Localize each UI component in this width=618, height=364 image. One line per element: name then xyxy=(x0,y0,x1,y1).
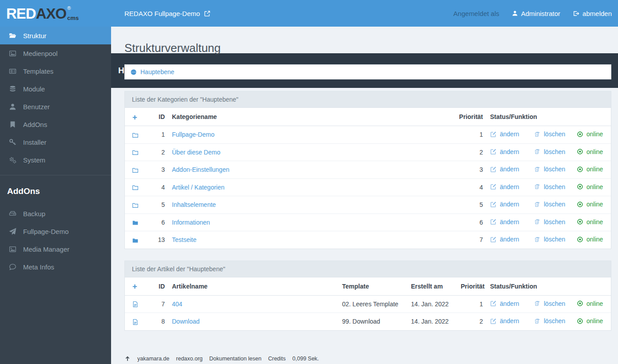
footer-link-dokumentation[interactable]: Dokumentation lesen xyxy=(209,356,261,362)
sidebar-item-backup[interactable]: Backup xyxy=(0,205,111,222)
delete-category-button[interactable]: löschen xyxy=(534,201,565,208)
edit-category-button[interactable]: ändern xyxy=(490,236,519,243)
online-status-button[interactable]: online xyxy=(577,131,603,138)
logout-label: abmelden xyxy=(582,10,612,17)
category-link[interactable]: Artikel / Kategorien xyxy=(172,184,224,191)
category-link[interactable]: Informationen xyxy=(172,219,210,226)
sidebar-item-struktur[interactable]: Struktur xyxy=(0,27,111,44)
edit-category-button[interactable]: ändern xyxy=(490,166,519,173)
col-header-id: ID xyxy=(148,108,168,126)
page-generation-time: 0,099 Sek. xyxy=(292,356,319,362)
file-icon[interactable] xyxy=(132,300,139,307)
delete-article-button[interactable]: löschen xyxy=(534,300,565,307)
sidebar-item-meta-infos[interactable]: Meta Infos xyxy=(0,258,111,276)
online-status-button[interactable]: online xyxy=(577,236,603,243)
category-link[interactable]: Über diese Demo xyxy=(172,149,220,156)
footer-link-yakamara[interactable]: yakamara.de xyxy=(137,356,169,362)
folder-icon[interactable] xyxy=(132,131,139,138)
sidebar-item-label: Media Manager xyxy=(23,245,69,253)
online-status-button[interactable]: online xyxy=(577,317,603,324)
footer-link-credits[interactable]: Credits xyxy=(268,356,286,362)
sidebar-item-installer[interactable]: Installer xyxy=(0,133,111,151)
online-status-button[interactable]: online xyxy=(577,300,603,307)
site-frontend-link[interactable]: REDAXO Fullpage-Demo xyxy=(124,10,211,17)
main-content: Strukturverwaltung Hauptebene Liste der … xyxy=(111,27,618,364)
edit-article-button[interactable]: ändern xyxy=(490,317,519,324)
dot-circle-icon xyxy=(577,166,583,173)
col-header-name: Kategoriename xyxy=(168,108,444,126)
online-status-button[interactable]: online xyxy=(577,218,603,226)
folder-icon[interactable] xyxy=(132,201,139,208)
edit-category-button[interactable]: ändern xyxy=(490,183,519,190)
delete-article-button[interactable]: löschen xyxy=(534,317,565,324)
delete-category-button[interactable]: löschen xyxy=(534,236,565,243)
online-status-button[interactable]: online xyxy=(577,183,603,190)
sidebar-item-system[interactable]: System xyxy=(0,151,111,169)
article-created: 14. Jan. 2022 xyxy=(407,313,457,330)
category-link[interactable]: Addon-Einstellungen xyxy=(172,166,229,173)
trash-icon xyxy=(534,131,541,138)
scroll-to-top-button[interactable] xyxy=(124,356,131,362)
pencil-square-icon xyxy=(490,148,497,155)
cogs-icon xyxy=(9,156,16,164)
add-article-button[interactable] xyxy=(132,283,138,290)
sidebar-item-benutzer[interactable]: Benutzer xyxy=(0,98,111,115)
online-status-button[interactable]: online xyxy=(577,166,603,173)
footer: yakamara.de redaxo.org Dokumentation les… xyxy=(124,356,611,362)
trash-icon xyxy=(534,236,541,243)
category-priority: 3 xyxy=(444,161,486,179)
sidebar-item-media-manager[interactable]: Media Manager xyxy=(0,240,111,258)
delete-category-button[interactable]: löschen xyxy=(534,183,565,190)
category-link[interactable]: Testseite xyxy=(172,236,196,243)
delete-category-button[interactable]: löschen xyxy=(534,166,565,173)
article-row: 8 Download 99. Download 14. Jan. 2022 2 … xyxy=(125,313,611,330)
footer-link-redaxo[interactable]: redaxo.org xyxy=(176,356,203,362)
dot-circle-icon xyxy=(577,183,583,190)
current-user-name: Administrator xyxy=(521,10,560,17)
image-icon xyxy=(9,245,16,253)
current-user-link[interactable]: Administrator xyxy=(512,10,560,17)
file-icon[interactable] xyxy=(132,318,139,325)
categories-header-row: ID Kategoriename Priorität Status/Funkti… xyxy=(125,108,611,126)
folder-solid-icon[interactable] xyxy=(132,236,139,243)
category-link[interactable]: Fullpage-Demo xyxy=(172,131,215,138)
category-row: 3 Addon-Einstellungen 3 ändern löschen o… xyxy=(125,161,611,179)
edit-category-button[interactable]: ändern xyxy=(490,148,519,155)
dot-circle-icon xyxy=(577,218,583,225)
online-status-button[interactable]: online xyxy=(577,201,603,208)
folder-icon[interactable] xyxy=(132,183,139,190)
sidebar-item-label: AddOns xyxy=(23,121,47,128)
sidebar-item-medienpool[interactable]: Medienpool xyxy=(0,44,111,62)
breadcrumb-root-link[interactable]: Hauptebene xyxy=(140,68,174,75)
sidebar-item-addons[interactable]: AddOns xyxy=(0,115,111,133)
col-header-status: Status/Funktion xyxy=(486,277,611,296)
dot-circle-icon xyxy=(577,318,583,324)
logout-link[interactable]: abmelden xyxy=(573,10,612,17)
delete-category-button[interactable]: löschen xyxy=(534,131,565,138)
pencil-square-icon xyxy=(490,318,497,324)
edit-category-button[interactable]: ändern xyxy=(490,218,519,226)
folder-solid-icon[interactable] xyxy=(132,218,139,226)
key-icon xyxy=(9,138,16,146)
edit-category-button[interactable]: ändern xyxy=(490,131,519,138)
online-status-button[interactable]: online xyxy=(577,148,603,155)
article-link[interactable]: 404 xyxy=(172,301,182,308)
sidebar-item-fullpage-demo[interactable]: Fullpage-Demo xyxy=(0,222,111,240)
redaxo-logo[interactable]: REDAXO ® cms xyxy=(0,6,111,21)
category-link[interactable]: Inhaltselemente xyxy=(172,201,216,208)
edit-category-button[interactable]: ändern xyxy=(490,201,519,208)
add-category-button[interactable] xyxy=(132,113,138,120)
pencil-square-icon xyxy=(490,300,497,307)
sidebar-item-module[interactable]: Module xyxy=(0,80,111,98)
article-link[interactable]: Download xyxy=(172,318,199,325)
main-menu: Struktur Medienpool Templates Module Ben… xyxy=(0,27,111,169)
edit-article-button[interactable]: ändern xyxy=(490,300,519,307)
folder-icon[interactable] xyxy=(132,166,139,173)
delete-category-button[interactable]: löschen xyxy=(534,218,565,226)
logo-registered-mark: ® xyxy=(67,6,79,11)
sidebar-item-templates[interactable]: Templates xyxy=(0,62,111,80)
category-row: 4 Artikel / Kategorien 4 ändern löschen … xyxy=(125,178,611,196)
folder-icon[interactable] xyxy=(132,148,139,155)
dot-circle-icon xyxy=(577,300,583,307)
delete-category-button[interactable]: löschen xyxy=(534,148,565,155)
